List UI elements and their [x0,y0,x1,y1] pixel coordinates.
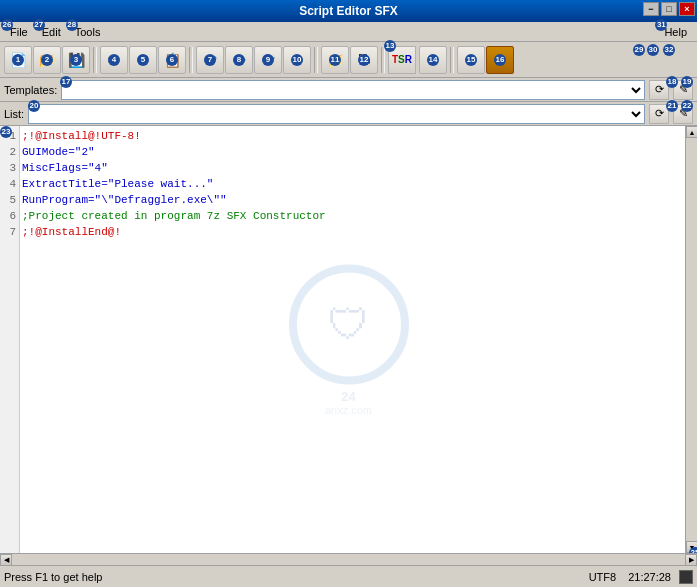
copy-button[interactable]: 5 ⚒ [129,46,157,74]
horizontal-scrollbar[interactable]: ◀ ▶ [0,553,697,565]
separator-5 [450,47,454,73]
tsr-r: R [405,54,412,65]
separator-2 [189,47,193,73]
tsr-s: S [398,54,405,65]
code-line-2: GUIMode="2" [22,144,685,160]
editor-area[interactable]: 23 1 2 3 4 5 6 7 ;!@Install@!UTF-8! GUIM… [0,126,697,553]
line-numbers: 1 2 3 4 5 6 7 [0,126,20,553]
code-line-3: MiscFlags="4" [22,160,685,176]
badge-13: 13 [384,40,396,52]
refresh-icon: ⟳ [655,83,664,96]
badge-7: 7 [204,54,216,66]
badge-8: 8 [233,54,245,66]
minimize-button[interactable]: − [643,2,659,16]
open-button[interactable]: 2 📂 [33,46,61,74]
badge-4: 4 [108,54,120,66]
refresh-button[interactable]: 9 ⟳ [254,46,282,74]
code-line-1: ;!@Install@!UTF-8! [22,128,685,144]
badge-1: 1 [12,54,24,66]
save-button[interactable]: 3 💾 [62,46,90,74]
help-button[interactable]: 15 ? [457,46,485,74]
menu-tools[interactable]: 28 Tools [69,25,107,39]
templates-label: Templates: [4,84,57,96]
undo-button[interactable]: 7 ↩ [196,46,224,74]
badge-22: 22 [681,100,693,112]
cut-button[interactable]: 4 ✂ [100,46,128,74]
badge-file: 26 [1,19,13,31]
badge-6: 6 [166,54,178,66]
shield-icon: 🛡 [328,300,370,348]
badge-32: 32 [663,44,675,56]
next-button[interactable]: 16 → [486,46,514,74]
toolbar: 29 30 32 1 📄 2 📂 3 💾 4 ✂ 5 ⚒ 6 [0,42,697,78]
badge-help: 31 [655,19,667,31]
scroll-left-arrow[interactable]: ◀ [0,554,12,566]
status-help-text: Press F1 to get help [4,571,585,583]
list-combo[interactable] [28,104,645,124]
badge-17: 17 [60,76,72,88]
menu-help[interactable]: 31 Help [658,25,693,39]
status-bar: Press F1 to get help UTF8 21:27:28 [0,565,697,587]
close-button[interactable]: × [679,2,695,16]
list-refresh-icon: ⟳ [655,107,664,120]
status-indicator [679,570,693,584]
badge-12: 12 [358,54,370,66]
templates-row: 17 18 19 Templates: ⟳ ✎ [0,78,697,102]
separator-4 [381,47,385,73]
scroll-thumb[interactable] [686,138,697,541]
badge-25: 25 [689,547,697,553]
badge-2: 2 [41,54,53,66]
title-bar: Script Editor SFX − □ × [0,0,697,22]
tsr-group: 13 T S R [388,46,416,74]
scroll-up-arrow[interactable]: ▲ [686,126,697,138]
reload-button[interactable]: 10 ⟲ [283,46,311,74]
separator-3 [314,47,318,73]
badge-29: 29 [633,44,645,56]
badge-tools: 28 [66,19,78,31]
app-title: Script Editor SFX [299,3,398,19]
badge-23: 23 [0,126,12,138]
menu-edit[interactable]: 27 Edit [36,25,67,39]
watermark-subtext: anxz.com [289,403,409,415]
menu-bar: 26 File 27 Edit 28 Tools 31 Help [0,22,697,42]
archive-button[interactable]: 12 🗜 [350,46,378,74]
menu-file[interactable]: 26 File [4,25,34,39]
watermark: 🛡 24 anxz.com [289,264,409,415]
browse-button[interactable]: 11 📁 [321,46,349,74]
code-content: ;!@Install@!UTF-8! GUIMode="2" MiscFlags… [22,128,685,240]
h-scroll-track[interactable] [12,555,685,565]
watermark-text: 24 [289,388,409,403]
badge-21: 21 [666,100,678,112]
templates-combo[interactable] [61,80,645,100]
badge-30: 30 [647,44,659,56]
badge-15: 15 [465,54,477,66]
badge-9: 9 [262,54,274,66]
badge-edit: 27 [33,19,45,31]
status-time: 21:27:28 [628,571,671,583]
code-line-7: ;!@InstallEnd@! [22,224,685,240]
badge-3: 3 [70,54,82,66]
badge-10: 10 [291,54,303,66]
list-label: List: [4,108,24,120]
badge-20: 20 [28,100,40,112]
paste-button[interactable]: 6 📋 [158,46,186,74]
redo-button[interactable]: 8 ↪ [225,46,253,74]
badge-18: 18 [666,76,678,88]
badge-14: 14 [427,54,439,66]
list-view-button[interactable]: 14 ≡ [419,46,447,74]
scroll-right-arrow[interactable]: ▶ [685,554,697,566]
status-encoding: UTF8 [585,570,621,584]
code-line-5: RunProgram="\"Defraggler.exe\"" [22,192,685,208]
separator-1 [93,47,97,73]
new-button[interactable]: 1 📄 [4,46,32,74]
list-row: 20 21 22 List: ⟳ ✎ [0,102,697,126]
vertical-scrollbar[interactable]: ▲ ▼ 25 [685,126,697,553]
badge-11: 11 [329,54,341,66]
badge-16: 16 [494,54,506,66]
code-line-4: ExtractTitle="Please wait..." [22,176,685,192]
badge-5: 5 [137,54,149,66]
maximize-button[interactable]: □ [661,2,677,16]
code-line-6: ;Project created in program 7z SFX Const… [22,208,685,224]
badge-19: 19 [681,76,693,88]
